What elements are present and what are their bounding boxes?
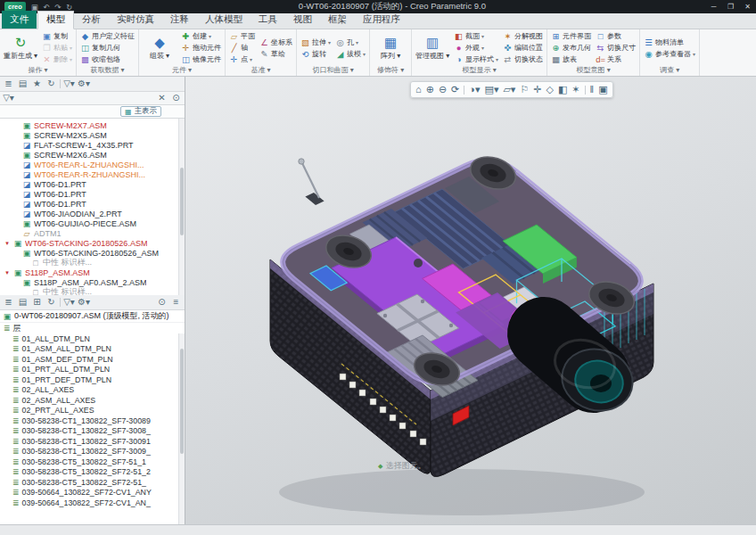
tree-item[interactable]: ▾▣S118P_ASM.ASM — [0, 268, 185, 277]
button-孔[interactable]: ◎孔▾ — [333, 37, 367, 48]
filter-icon[interactable]: ▽▾ — [63, 297, 75, 308]
projector-3d-model[interactable] — [270, 152, 653, 515]
layer-item[interactable]: ≣01_ASM_ALL_DTM_PLN — [0, 344, 185, 355]
tree-item[interactable]: ▣S118P_ASM_AF0.ASM_2.ASM — [0, 277, 185, 287]
spin-center-icon[interactable]: ✛ — [533, 82, 541, 97]
layer-item[interactable]: ≣01_ASM_DEF_DTM_PLN — [0, 354, 185, 365]
button-编辑位置[interactable]: ✜编辑位置 — [501, 42, 545, 54]
layer-tree-scrollbar[interactable] — [178, 333, 185, 524]
button-点[interactable]: ✛点▾ — [227, 54, 257, 65]
ribbon-group-label-操作[interactable]: 操作 ▾ — [2, 65, 74, 76]
show-menu-icon[interactable]: ▽▾ — [63, 78, 75, 89]
button-草绘[interactable]: ✎草绘 — [258, 48, 294, 60]
display-style-icon[interactable]: ◑▾ — [469, 82, 480, 97]
button-切换尺寸[interactable]: ⇆切换尺寸 — [594, 42, 637, 54]
ribbon-group-label-元件[interactable]: 元件 ▾ — [141, 65, 223, 76]
tab-分析[interactable]: 分析 — [74, 12, 109, 29]
ribbon-group-label-获取数据[interactable]: 获取数据 ▾ — [78, 65, 136, 76]
button-拉伸[interactable]: ▧拉伸▾ — [299, 37, 333, 48]
tab-应用程序[interactable]: 应用程序 — [355, 12, 408, 29]
tree-item[interactable]: ◪WT06-REAR-L-ZHUANGSHI... — [0, 160, 185, 169]
settings-icon[interactable]: ⚙▾ — [78, 297, 89, 308]
layer-item[interactable]: ≣030-58238-CT1_130822_SF7-3008_ — [0, 426, 185, 437]
search-icon[interactable]: ⊙ — [156, 297, 168, 308]
model-viewport[interactable] — [185, 77, 756, 524]
tree-item[interactable]: ◪WT06-REAR-R-ZHUANGSHI... — [0, 169, 185, 179]
layer-item[interactable]: ≣030-58238-CT5_130822_SF72-51_2 — [0, 467, 185, 478]
layer-item[interactable]: ≣01_ALL_DTM_PLN — [0, 333, 185, 344]
saved-orientations-icon[interactable]: ▤▾ — [484, 82, 498, 97]
add-layer-icon[interactable]: ⊞ — [31, 297, 43, 308]
save-icon[interactable]: ▣ — [29, 3, 40, 12]
button-切换状态[interactable]: ⇄切换状态 — [501, 54, 545, 65]
button-平面[interactable]: ▱平面 — [227, 30, 257, 42]
views-icon[interactable]: ▤ — [17, 297, 29, 308]
model-tree-tab-icon[interactable]: ≣ — [3, 78, 14, 89]
tree-item[interactable]: ▣SCREW-M2X7.ASM — [0, 120, 185, 130]
tree-item[interactable]: ◪WT06-JIAODIAN_2.PRT — [0, 209, 185, 218]
button-重新生成[interactable]: ↻重新生成 ▾ — [2, 30, 39, 65]
ribbon-group-label-修饰符[interactable]: 修饰符 ▾ — [372, 65, 409, 76]
tree-item[interactable]: □中性 标识样... — [0, 287, 185, 295]
button-元件界面[interactable]: ⊞元件界面 — [549, 30, 593, 42]
layer-item[interactable]: ≣039-50664_130822_SF72-CV1_AN_ — [0, 498, 185, 508]
button-显示样式[interactable]: ◑显示样式▾ — [452, 54, 500, 65]
button-用户定义特征[interactable]: ◆用户定义特征 — [78, 30, 136, 42]
tree-item[interactable]: ◪WT06-D1.PRT — [0, 199, 185, 209]
button-轴[interactable]: ╱轴 — [227, 42, 257, 54]
layer-item[interactable]: ≣030-58238-CT5_130822_SF7-51_1 — [0, 457, 185, 467]
tree-item[interactable]: ▱ADTM1 — [0, 228, 185, 238]
button-截面[interactable]: ◧截面▾ — [452, 30, 500, 42]
search-icon[interactable]: ⊙ — [170, 93, 182, 103]
section-icon[interactable]: ◧ — [558, 82, 567, 97]
tab-注释[interactable]: 注释 — [162, 12, 197, 29]
model-tree-scrollbar[interactable] — [178, 119, 185, 295]
layer-item[interactable]: ≣030-58238-CT1_130822_SF7-30091 — [0, 436, 185, 447]
button-旋转[interactable]: ⟲旋转 — [299, 48, 333, 60]
tree-item[interactable]: ◪WT06-D1.PRT — [0, 179, 185, 189]
button-物料清单[interactable]: ☰物料清单 — [642, 37, 697, 48]
layer-item[interactable]: ≣039-50664_130822_SF72-CV1_ANY — [0, 488, 185, 498]
tree-item[interactable]: ▣WT06-STACKING-20180526_ASM — [0, 248, 185, 258]
zoom-out-icon[interactable]: ⊖ — [439, 82, 447, 97]
undo-icon[interactable]: ↶ — [41, 3, 52, 12]
refresh-icon[interactable]: ↻ — [45, 297, 57, 308]
layer-item[interactable]: ≣02_ALL_AXES — [0, 385, 185, 396]
filter-icon[interactable]: ▽▾ — [3, 93, 14, 103]
button-复制几何[interactable]: ◫复制几何 — [78, 42, 136, 54]
regenerate-icon[interactable]: ↻ — [64, 3, 75, 12]
button-拔模[interactable]: ◢拔模▾ — [333, 48, 367, 60]
menu-icon[interactable]: ≡ — [170, 297, 182, 308]
ribbon-group-label-调查[interactable]: 调查 ▾ — [642, 65, 697, 76]
tree-item[interactable]: ▣SCREW-M2X5.ASM — [0, 130, 185, 140]
button-删除[interactable]: ✕删除▾ — [40, 54, 74, 65]
ribbon-group-label-基准[interactable]: 基准 ▾ — [227, 65, 294, 76]
close-button[interactable]: ✕ — [739, 3, 756, 11]
select-box-icon[interactable]: ▣ — [598, 82, 607, 97]
button-关系[interactable]: d=关系 — [594, 54, 637, 65]
graphics-area[interactable]: ⌂⊕⊖⟳◑▾▤▾▱▾⚐✛◇◧✶‖▣ ◆ 选择图元。 — [185, 77, 756, 524]
layer-item[interactable]: ≣030-58238-CT1_130822_SF7-30089 — [0, 416, 185, 426]
repaint-icon[interactable]: ⟳ — [451, 82, 459, 97]
tree-item[interactable]: ▾▣WT06-STACKING-20180526.ASM — [0, 238, 185, 248]
ribbon-group-label-模型意图[interactable]: 模型意图 ▾ — [549, 65, 637, 76]
tab-文件[interactable]: 文件 — [2, 11, 37, 29]
history-icon[interactable]: ↻ — [45, 78, 57, 89]
button-发布几何[interactable]: ⊕发布几何 — [549, 42, 593, 54]
perspective-icon[interactable]: ◇ — [546, 82, 553, 97]
button-参考查看器[interactable]: ◉参考查看器▾ — [642, 48, 697, 60]
layer-tree-model-row[interactable]: ▣ 0-WT06-20180907.ASM (顶级模型, 活动的) — [0, 310, 185, 323]
tree-item[interactable]: ◪WT06-D1.PRT — [0, 189, 185, 199]
button-组装[interactable]: ◆组装 ▾ — [141, 30, 178, 65]
tab-实时仿真[interactable]: 实时仿真 — [109, 12, 162, 29]
button-阵列[interactable]: ▦阵列 ▾ — [372, 30, 409, 65]
layer-item[interactable]: ≣01_PRT_DEF_DTM_PLN — [0, 374, 185, 385]
button-镜像元件[interactable]: ◫镜像元件 — [179, 54, 223, 65]
datum-display-icon[interactable]: ▱▾ — [503, 82, 515, 97]
layer-tree-icon[interactable]: ≣ — [3, 297, 14, 308]
button-参数[interactable]: □参数 — [594, 30, 637, 42]
tree-item[interactable]: ▣WT06-GUIJIAO-PIECE.ASM — [0, 218, 185, 228]
settings-icon[interactable]: ⚙▾ — [78, 78, 89, 89]
button-外观[interactable]: ●外观▾ — [452, 42, 500, 54]
button-族表[interactable]: ▦族表 — [549, 54, 593, 65]
